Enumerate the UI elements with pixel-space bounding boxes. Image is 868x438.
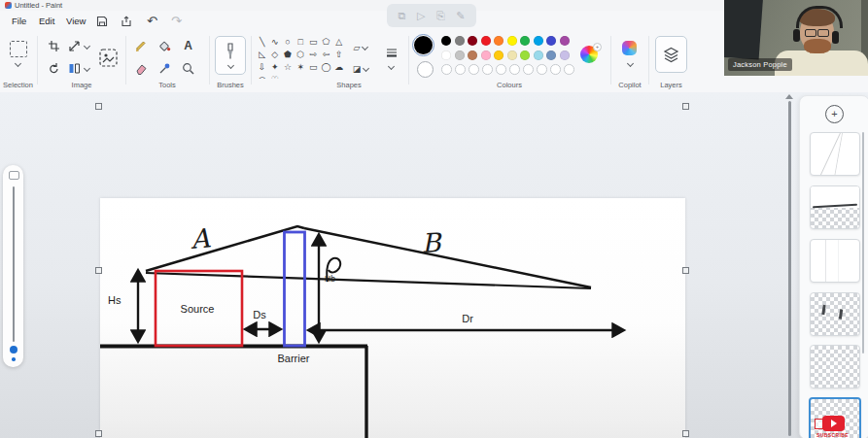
menu-item-view[interactable]: View bbox=[62, 15, 89, 27]
shape-cell-22[interactable]: ♡ bbox=[268, 74, 281, 79]
palette-colour-r2-1[interactable] bbox=[455, 51, 465, 60]
screen-share-toolbar[interactable]: ⧉▷⎘✎ bbox=[387, 4, 476, 27]
palette-slot-empty-7[interactable] bbox=[537, 64, 547, 75]
copilot-icon[interactable] bbox=[622, 41, 637, 55]
palette-colour-r2-3[interactable] bbox=[481, 51, 491, 60]
palette-colour-r1-4[interactable] bbox=[494, 36, 503, 46]
layer-thumbnail-1[interactable] bbox=[810, 132, 860, 176]
shape-cell-5[interactable]: ⬠ bbox=[320, 36, 332, 49]
shape-cell-13[interactable]: ⇧ bbox=[332, 49, 345, 61]
canvas-handle-mid-right[interactable] bbox=[682, 267, 689, 274]
canvas-handle-top-left[interactable] bbox=[95, 103, 102, 110]
flip-icon[interactable] bbox=[67, 61, 82, 76]
palette-colour-r1-7[interactable] bbox=[534, 36, 543, 46]
shape-cell-10[interactable]: ⬡ bbox=[295, 49, 307, 61]
palette-colour-r2-6[interactable] bbox=[520, 51, 530, 60]
shape-cell-16[interactable]: ☆ bbox=[281, 61, 294, 74]
palette-slot-empty-3[interactable] bbox=[482, 64, 493, 75]
palette-colour-r2-7[interactable] bbox=[534, 51, 543, 60]
pill-icon-1[interactable]: ▷ bbox=[417, 10, 425, 22]
pencil-tool-icon[interactable] bbox=[134, 39, 149, 53]
pill-icon-0[interactable]: ⧉ bbox=[399, 10, 406, 22]
youtube-subscribe-button[interactable] bbox=[822, 416, 845, 431]
canvas-handle-mid-left[interactable] bbox=[95, 267, 102, 274]
shape-outline-dropdown[interactable]: ▱ bbox=[349, 41, 372, 53]
eraser-tool-icon[interactable] bbox=[134, 61, 149, 76]
paint-canvas[interactable]: Hs Source Ds Hb Dr Barrier Receiver Hr A… bbox=[100, 198, 685, 438]
shape-cell-21[interactable]: ◠ bbox=[256, 74, 268, 79]
primary-colour-swatch[interactable] bbox=[414, 36, 433, 54]
palette-slot-empty-5[interactable] bbox=[509, 64, 520, 75]
canvas-handle-bottom-left[interactable] bbox=[95, 430, 102, 437]
eyedropper-tool-icon[interactable] bbox=[157, 61, 172, 76]
shape-cell-9[interactable]: ⬟ bbox=[281, 49, 294, 61]
rectangle-select-icon[interactable] bbox=[10, 41, 27, 57]
image-options-icon[interactable] bbox=[98, 48, 119, 68]
slider-track[interactable] bbox=[13, 186, 15, 342]
layer-thumbnail-3[interactable] bbox=[810, 239, 860, 283]
palette-colour-r2-4[interactable] bbox=[494, 51, 503, 60]
save-button[interactable] bbox=[94, 14, 109, 28]
shape-cell-20[interactable]: ☁ bbox=[332, 61, 345, 74]
fill-tool-icon[interactable] bbox=[157, 39, 172, 53]
shape-cell-15[interactable]: ✦ bbox=[268, 61, 281, 74]
palette-slot-empty-9[interactable] bbox=[564, 64, 574, 75]
rotate-icon[interactable] bbox=[47, 61, 61, 76]
resize-dropdown-chevron-icon[interactable] bbox=[84, 43, 90, 50]
layer-thumbnail-4[interactable] bbox=[810, 292, 860, 336]
brushes-button[interactable] bbox=[215, 36, 246, 75]
scrollbar-up-arrow-icon[interactable] bbox=[785, 94, 793, 99]
shape-cell-6[interactable]: △ bbox=[332, 36, 345, 49]
shape-cell-8[interactable]: ◇ bbox=[268, 49, 281, 61]
shape-cell-4[interactable]: ▭ bbox=[307, 36, 320, 49]
shape-cell-2[interactable]: ○ bbox=[281, 36, 294, 49]
palette-slot-empty-2[interactable] bbox=[469, 64, 479, 75]
palette-slot-empty-1[interactable] bbox=[455, 64, 466, 75]
chevron-down-icon[interactable] bbox=[388, 63, 395, 70]
palette-colour-r1-3[interactable] bbox=[481, 36, 491, 46]
shape-fill-dropdown[interactable]: ◪ bbox=[349, 62, 372, 75]
layer-thumbnail-5[interactable] bbox=[810, 345, 860, 388]
pill-icon-2[interactable]: ⎘ bbox=[436, 10, 445, 22]
text-tool-icon[interactable]: A bbox=[181, 38, 195, 52]
palette-colour-r1-6[interactable] bbox=[520, 36, 530, 46]
layers-panel-scrollbar[interactable] bbox=[862, 132, 864, 354]
layers-button[interactable] bbox=[655, 36, 687, 73]
layer-thumbnail-2[interactable] bbox=[810, 185, 860, 229]
redo-button[interactable]: ↷ bbox=[169, 14, 184, 28]
shape-cell-3[interactable]: □ bbox=[295, 36, 307, 49]
shape-cell-14[interactable]: ⇩ bbox=[256, 61, 268, 74]
palette-colour-r1-8[interactable] bbox=[546, 36, 556, 46]
pill-icon-3[interactable]: ✎ bbox=[456, 10, 465, 22]
magnifier-tool-icon[interactable] bbox=[181, 61, 195, 76]
canvas-handle-top-right[interactable] bbox=[682, 103, 689, 110]
palette-colour-r1-0[interactable] bbox=[441, 36, 451, 46]
menu-item-file[interactable]: File bbox=[8, 15, 30, 27]
shape-cell-11[interactable]: ⇨ bbox=[307, 49, 320, 61]
palette-slot-empty-6[interactable] bbox=[523, 64, 534, 75]
crop-icon[interactable] bbox=[47, 39, 61, 53]
palette-colour-r2-9[interactable] bbox=[560, 51, 570, 60]
secondary-colour-swatch[interactable] bbox=[417, 61, 434, 78]
shape-cell-1[interactable]: ∿ bbox=[268, 36, 281, 49]
palette-colour-r1-1[interactable] bbox=[455, 36, 465, 46]
shape-cell-7[interactable]: ◺ bbox=[256, 49, 268, 61]
stroke-size-dropdown[interactable] bbox=[380, 46, 403, 58]
palette-slot-empty-0[interactable] bbox=[441, 64, 452, 75]
palette-colour-r1-9[interactable] bbox=[560, 36, 570, 46]
palette-colour-r2-2[interactable] bbox=[468, 51, 477, 60]
selection-dropdown-chevron-icon[interactable] bbox=[15, 60, 21, 67]
canvas-handle-bottom-right[interactable] bbox=[682, 430, 689, 437]
palette-colour-r1-2[interactable] bbox=[468, 36, 477, 46]
shape-cell-19[interactable]: ◯ bbox=[320, 61, 332, 74]
resize-icon[interactable] bbox=[67, 39, 82, 53]
palette-slot-empty-8[interactable] bbox=[550, 64, 561, 75]
slider-handle[interactable] bbox=[10, 346, 17, 354]
menu-item-edit[interactable]: Edit bbox=[35, 15, 58, 27]
palette-colour-r2-5[interactable] bbox=[507, 51, 517, 60]
shape-cell-18[interactable]: ▭ bbox=[307, 61, 320, 74]
shape-cell-0[interactable]: ╲ bbox=[256, 36, 268, 49]
palette-colour-r2-0[interactable] bbox=[441, 51, 451, 60]
flip-dropdown-chevron-icon[interactable] bbox=[84, 65, 90, 72]
undo-button[interactable]: ↶ bbox=[145, 14, 159, 28]
